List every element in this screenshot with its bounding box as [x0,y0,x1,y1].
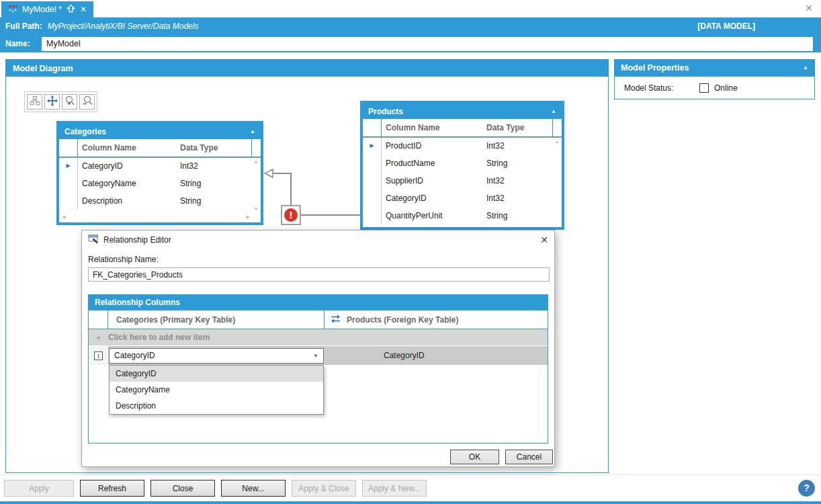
edit-row-indicator-icon: I [94,351,103,360]
scroll-down-icon[interactable]: ▼ [254,206,259,211]
apply-button[interactable]: Apply [4,480,74,497]
products-grid: Column Name Data Type ▶ ProductID Int32 … [363,119,562,227]
dropdown-item[interactable]: Description [110,398,323,414]
relationship-column-row[interactable]: I CategoryID ▼ CategoryID [89,346,548,365]
relationship-name-input[interactable] [88,267,550,282]
pk-column-combobox[interactable]: CategoryID ▼ [109,348,324,364]
relationship-editor-icon [88,233,99,246]
bottom-accent-strip [0,501,821,504]
col-header-column-name: Column Name [382,123,482,132]
auto-layout-button[interactable] [27,94,42,110]
table-row[interactable]: ▶ ProductID Int32 [363,137,562,155]
tab-title: MyModel * [22,5,62,14]
table-row[interactable]: ▶ CategoryID Int32 [59,157,261,175]
table-card-products[interactable]: Products ▲ Column Name Data Type ▶ Produ… [360,101,564,230]
categories-grid: Column Name Data Type ▶ CategoryID Int32… [59,139,261,222]
zoom-out-icon [82,95,93,108]
products-title: Products [368,107,403,116]
name-input[interactable] [42,37,813,51]
name-bar: Name: [0,35,821,52]
model-properties-header: Model Properties ▲ [614,59,815,76]
org-chart-icon [30,95,40,108]
table-row[interactable]: QuantityPerUnit String [363,207,562,224]
scroll-up-icon[interactable]: ▲ [555,139,560,144]
relationship-columns-box: Relationship Columns Categories (Primary… [88,294,548,444]
dialog-close-icon[interactable]: ✕ [540,235,548,245]
categories-header[interactable]: Categories ▲ [59,124,261,139]
table-card-categories[interactable]: Categories ▲ Column Name Data Type ▶ Cat… [56,121,263,225]
fk-column-value: CategoryID [324,351,425,360]
zoom-out-button[interactable] [79,94,95,110]
add-new-item-row[interactable]: + Click here to add new item [89,329,548,346]
categories-title: Categories [64,127,106,136]
fk-table-header: Products (Foreign Key Table) [347,315,458,325]
relationship-error-icon: ! [282,206,300,224]
collapse-icon[interactable]: ▲ [250,128,255,134]
footer-bar: Apply Refresh Close New... Apply & Close… [0,474,821,501]
relationship-editor-dialog: Relationship Editor ✕ Relationship Name:… [81,230,555,467]
refresh-button[interactable]: Refresh [80,480,144,497]
dialog-buttons: OK Cancel [450,450,553,464]
new-button[interactable]: New... [221,480,286,497]
full-path-bar: Full Path: MyProject/AnalytiX/BI Server/… [0,17,821,35]
zoom-in-button[interactable] [62,94,77,110]
table-row[interactable]: SupplierID Int32 [363,172,562,190]
products-header[interactable]: Products ▲ [363,103,562,119]
model-properties-panel: Model Properties ▲ Model Status: Online [614,59,815,99]
categories-grid-header: Column Name Data Type [59,139,261,157]
tab-mymodel[interactable]: MyModel * ✕ [1,1,93,17]
dropdown-item[interactable]: CategoryName [110,382,323,398]
chevron-down-icon: ▼ [313,353,318,359]
add-new-item-label: Click here to add new item [108,333,210,342]
tab-close-icon[interactable]: ✕ [80,5,87,14]
close-button[interactable]: Close [150,480,215,497]
dialog-title-bar: Relationship Editor ✕ [82,230,554,249]
ok-button[interactable]: OK [450,450,499,464]
model-status-label: Model Status: [624,83,699,93]
vertical-scrollbar[interactable]: ▲ ▼ [252,159,260,211]
full-path-value: MyProject/AnalytiX/BI Server/Data Models [48,22,199,31]
pane-close-icon[interactable]: ✕ [805,3,813,13]
add-icon: + [89,333,108,343]
collapse-icon[interactable]: ▲ [551,108,556,114]
table-row[interactable]: CategoryID Int32 [363,190,562,207]
cancel-button[interactable]: Cancel [505,450,553,464]
model-properties-title: Model Properties [621,63,689,73]
collapse-icon[interactable]: ▲ [803,65,808,71]
relationship-grid-header: Categories (Primary Key Table) Products … [89,310,548,329]
horizontal-scrollbar[interactable]: ◀ ▶ [60,212,251,222]
online-checkbox[interactable] [699,83,709,93]
pk-column-dropdown: CategoryID CategoryName Description [109,365,324,415]
help-icon[interactable]: ? [798,480,815,497]
diagram-toolbar [24,91,97,112]
row-selector-icon: ▶ [59,157,78,175]
scroll-up-icon[interactable]: ▲ [254,159,259,164]
scroll-right-icon[interactable]: ▶ [247,214,250,220]
apply-and-close-button[interactable]: Apply & Close [292,480,356,497]
col-header-data-type: Data Type [176,139,252,157]
tab-bar: MyModel * ✕ ✕ [0,0,821,17]
col-header-column-name: Column Name [78,143,176,153]
check-in-icon[interactable] [67,4,75,15]
pk-column-value: CategoryID [114,351,155,360]
swap-columns-icon[interactable] [331,314,341,325]
zoom-in-icon [64,95,75,108]
name-label: Name: [5,39,42,48]
row-selector-icon: ▶ [363,137,382,155]
relationship-name-label: Relationship Name: [88,255,548,264]
dialog-title: Relationship Editor [103,235,171,245]
col-header-data-type: Data Type [482,119,553,136]
relationship-columns-header: Relationship Columns [89,295,548,310]
apply-and-new-button[interactable]: Apply & New... [362,480,427,497]
table-row[interactable]: ProductName String [363,155,562,172]
model-diagram-icon [8,4,17,15]
pan-arrows-icon [47,95,58,108]
svg-text:!: ! [290,209,293,220]
table-row[interactable]: Description String [59,192,261,210]
vertical-scrollbar[interactable]: ▲ [553,139,561,224]
dropdown-item[interactable]: CategoryID [110,366,323,382]
pan-button[interactable] [44,94,60,110]
table-row[interactable]: CategoryName String [59,175,261,192]
products-grid-header: Column Name Data Type [363,119,562,137]
scroll-left-icon[interactable]: ◀ [62,214,65,220]
